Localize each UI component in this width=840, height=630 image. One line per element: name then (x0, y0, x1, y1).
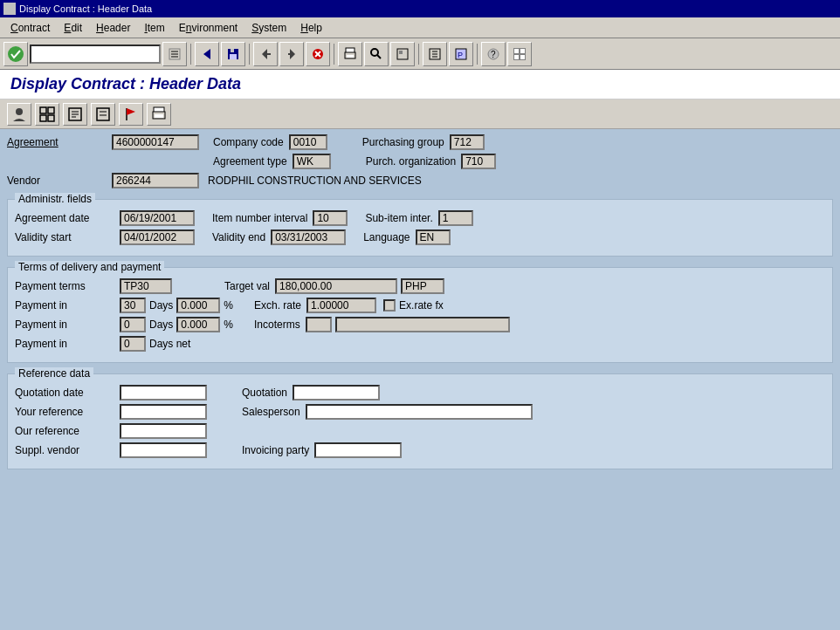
nav-forward-button[interactable] (279, 42, 304, 66)
agreement-date-input[interactable] (120, 210, 195, 226)
company-code-input[interactable] (289, 134, 327, 150)
quotation-input[interactable] (293, 385, 380, 401)
payment-in-1-pct-input[interactable] (176, 298, 220, 313)
salesperson-label: Salesperson (242, 406, 300, 418)
help-button[interactable]: ? (481, 42, 506, 66)
suppl-vendor-input[interactable] (120, 442, 207, 458)
incoterms-input-2[interactable] (335, 317, 510, 332)
user-action-btn[interactable] (7, 103, 31, 126)
invoicing-party-input[interactable] (314, 442, 402, 458)
app-icon (3, 3, 16, 15)
stop-button[interactable] (306, 42, 330, 66)
svg-rect-18 (347, 55, 354, 58)
svg-line-20 (377, 55, 381, 58)
flag-action-btn[interactable] (119, 103, 143, 126)
our-reference-input[interactable] (120, 423, 207, 439)
properties-button[interactable]: P (449, 42, 473, 66)
menu-header[interactable]: Header (89, 20, 137, 36)
svg-text:P: P (458, 51, 463, 59)
your-reference-label: Your reference (15, 406, 120, 418)
pct-1-sign: % (224, 299, 233, 312)
payment-in-3-days-input[interactable] (120, 336, 146, 352)
agreement-input[interactable] (112, 134, 199, 150)
days-net-label: Days net (149, 338, 190, 350)
print-button[interactable] (338, 42, 362, 66)
your-reference-input[interactable] (120, 404, 207, 420)
menu-system[interactable]: System (244, 20, 293, 36)
menu-environment[interactable]: Environment (172, 20, 244, 36)
item-number-interval-input[interactable] (313, 210, 348, 226)
purchasing-group-label: Purchasing group (362, 136, 444, 148)
quotation-label: Quotation (242, 387, 287, 399)
agreement-type-input[interactable] (293, 154, 331, 169)
edit-action-btn[interactable] (63, 103, 87, 126)
svg-rect-40 (48, 115, 54, 121)
text-action-btn[interactable] (91, 103, 115, 126)
menu-help[interactable]: Help (293, 20, 329, 36)
payment-terms-label: Payment terms (15, 280, 120, 292)
validity-start-label: Validity start (15, 231, 120, 243)
menu-edit[interactable]: Edit (57, 20, 89, 36)
language-input[interactable] (416, 229, 451, 245)
svg-rect-38 (48, 107, 54, 113)
pct-2-sign: % (224, 318, 233, 331)
separator-2 (249, 44, 250, 65)
menu-contract[interactable]: Contract (3, 20, 57, 36)
terms-section-title: Terms of delivery and payment (15, 261, 164, 273)
separator-3 (334, 44, 334, 65)
svg-marker-11 (290, 49, 295, 59)
validity-end-input[interactable] (271, 229, 346, 245)
vendor-code-input[interactable] (112, 173, 199, 188)
purchasing-group-input[interactable] (450, 134, 485, 150)
top-fields: Agreement Company code Purchasing group … (7, 134, 833, 188)
target-val-input[interactable] (275, 278, 397, 294)
svg-rect-34 (514, 55, 519, 59)
ok-button[interactable] (3, 42, 28, 66)
quotation-date-input[interactable] (120, 385, 207, 401)
admin-section-title: Administr. fields (15, 193, 95, 205)
reference-section-title: Reference data (15, 367, 93, 380)
svg-rect-22 (399, 51, 403, 54)
sub-item-input[interactable] (438, 210, 473, 226)
main-content: Agreement Company code Purchasing group … (0, 129, 840, 625)
svg-point-0 (8, 46, 24, 62)
validity-start-input[interactable] (120, 229, 195, 245)
svg-rect-33 (520, 49, 525, 53)
item-number-interval-label: Item number interval (212, 212, 307, 224)
svg-point-19 (371, 49, 378, 56)
suppl-vendor-label: Suppl. vendor (15, 444, 120, 456)
command-input[interactable] (30, 45, 161, 64)
exch-rate-label: Exch. rate (254, 299, 301, 312)
save-button[interactable] (221, 42, 245, 66)
customize-button[interactable] (507, 42, 532, 66)
validity-end-label: Validity end (212, 231, 265, 243)
svg-marker-5 (203, 49, 210, 59)
back-button[interactable] (195, 42, 219, 66)
expand-button[interactable] (390, 42, 415, 66)
find-button[interactable] (364, 42, 389, 66)
salesperson-input[interactable] (306, 404, 533, 420)
action-toolbar (0, 99, 840, 129)
command-history-button[interactable] (162, 42, 187, 66)
admin-section: Administr. fields Agreement date Item nu… (7, 199, 833, 257)
separator-5 (477, 44, 478, 65)
settings-button[interactable] (423, 42, 447, 66)
target-val-label: Target val (224, 280, 270, 292)
incoterms-input-1[interactable] (306, 317, 332, 332)
purch-org-input[interactable] (461, 154, 496, 169)
menu-item[interactable]: Item (137, 20, 171, 36)
vendor-row: Vendor RODPHIL CONSTRUCTION AND SERVICES (7, 173, 833, 188)
exrate-fx-checkbox[interactable] (383, 299, 396, 312)
grid-action-btn[interactable] (35, 103, 59, 126)
exch-rate-input[interactable] (306, 298, 376, 313)
payment-in-2-days-input[interactable] (120, 317, 146, 332)
nav-back-button[interactable] (253, 42, 278, 66)
payment-in-2-pct-input[interactable] (176, 317, 220, 332)
svg-point-36 (16, 108, 23, 115)
currency-input[interactable] (401, 278, 444, 294)
language-label: Language (363, 231, 410, 243)
payment-in-1-days-input[interactable] (120, 298, 146, 313)
payment-terms-input[interactable] (120, 278, 172, 294)
print-action-btn[interactable] (147, 103, 171, 126)
exrate-fx-label: Ex.rate fx (399, 299, 444, 312)
